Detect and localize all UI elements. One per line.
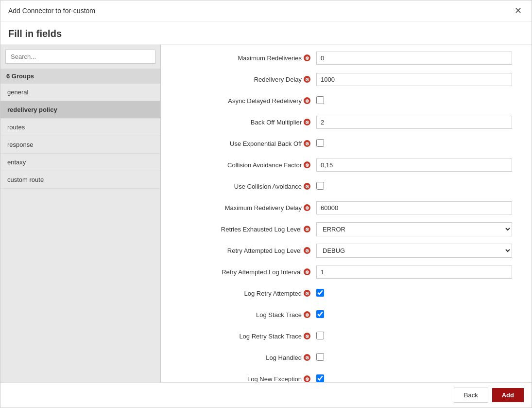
control-use-exponential-back-off [316,139,512,148]
label-log-handled: Log Handled ⊗ [171,354,316,361]
row-redelivery-delay: Redelivery Delay ⊗ [171,71,512,88]
checkbox-log-stack-trace[interactable] [316,310,324,318]
checkbox-log-retry-stack-trace[interactable] [316,332,324,339]
control-log-handled [316,353,512,362]
row-maximum-redelivery-delay: Maximum Redelivery Delay ⊗ [171,199,512,216]
dialog-body: 6 Groups general redelivery policy route… [0,45,532,382]
groups-header: 6 Groups [0,69,160,84]
row-back-off-multiplier: Back Off Multiplier ⊗ [171,114,512,130]
label-log-retry-stack-trace: Log Retry Stack Trace ⊗ [171,333,316,340]
control-maximum-redelivery-delay [316,201,512,214]
row-log-new-exception: Log New Exception ⊗ [171,371,512,382]
row-log-retry-attempted: Log Retry Attempted ⊗ [171,285,512,302]
help-icon-log-handled: ⊗ [304,354,310,361]
select-retry-attempted-log-level[interactable]: ERROR WARN INFO DEBUG TRACE [316,244,512,258]
control-use-collision-avoidance [316,182,512,191]
help-icon-retries-exhausted-log-level: ⊗ [304,226,310,232]
back-button[interactable]: Back [454,388,488,403]
sidebar-item-redelivery-policy[interactable]: redelivery policy [0,101,160,119]
label-log-stack-trace: Log Stack Trace ⊗ [171,311,316,319]
dialog: Add Connector to for-custom ✕ Fill in fi… [0,0,532,408]
form-rows: Maximum Redeliveries ⊗ Redelivery Delay … [171,50,522,382]
control-back-off-multiplier [316,116,512,129]
help-icon-async-delayed-redelivery: ⊗ [304,97,310,104]
control-maximum-redeliveries [316,52,512,65]
row-retry-attempted-log-level: Retry Attempted Log Level ⊗ ERROR WARN I… [171,242,512,259]
row-maximum-redeliveries: Maximum Redeliveries ⊗ [171,50,512,66]
search-input[interactable] [5,50,155,64]
row-retries-exhausted-log-level: Retries Exhausted Log Level ⊗ ERROR WARN… [171,221,512,237]
add-button[interactable]: Add [492,388,524,402]
label-async-delayed-redelivery: Async Delayed Redelivery ⊗ [171,97,316,105]
row-retry-attempted-log-interval: Retry Attempted Log Interval ⊗ [171,264,512,280]
sidebar-item-general[interactable]: general [0,84,160,101]
label-redelivery-delay: Redelivery Delay ⊗ [171,76,316,83]
input-redelivery-delay[interactable] [316,73,512,86]
control-async-delayed-redelivery [316,96,512,106]
help-icon-back-off-multiplier: ⊗ [304,119,310,125]
checkbox-use-collision-avoidance[interactable] [316,182,324,190]
control-retries-exhausted-log-level: ERROR WARN INFO DEBUG TRACE [316,222,512,236]
input-back-off-multiplier[interactable] [316,116,512,129]
checkbox-log-retry-attempted[interactable] [316,289,324,297]
help-icon-maximum-redelivery-delay: ⊗ [304,204,310,211]
control-log-new-exception [316,374,512,383]
help-icon-retry-attempted-log-interval: ⊗ [304,268,310,275]
checkbox-async-delayed-redelivery[interactable] [316,96,324,104]
input-maximum-redelivery-delay[interactable] [316,201,512,214]
help-icon-collision-avoidance-factor: ⊗ [304,161,310,168]
control-log-stack-trace [316,310,512,319]
help-icon-log-retry-attempted: ⊗ [304,290,310,297]
help-icon-log-new-exception: ⊗ [304,375,310,382]
row-log-stack-trace: Log Stack Trace ⊗ [171,306,512,323]
sidebar-item-entaxy[interactable]: entaxy [0,154,160,171]
select-retries-exhausted-log-level[interactable]: ERROR WARN INFO DEBUG TRACE [316,222,512,236]
label-maximum-redelivery-delay: Maximum Redelivery Delay ⊗ [171,204,316,212]
row-use-exponential-back-off: Use Exponential Back Off ⊗ [171,135,512,152]
label-retries-exhausted-log-level: Retries Exhausted Log Level ⊗ [171,226,316,233]
row-collision-avoidance-factor: Collision Avoidance Factor ⊗ [171,157,512,173]
input-retry-attempted-log-interval[interactable] [316,266,512,279]
control-retry-attempted-log-level: ERROR WARN INFO DEBUG TRACE [316,244,512,258]
help-icon-use-collision-avoidance: ⊗ [304,183,310,190]
dialog-title: Add Connector to for-custom [8,7,95,15]
sidebar-item-routes[interactable]: routes [0,119,160,136]
dialog-subheader: Fill in fields [0,21,532,45]
input-collision-avoidance-factor[interactable] [316,159,512,172]
checkbox-log-new-exception[interactable] [316,374,324,382]
control-log-retry-stack-trace [316,332,512,341]
dialog-header: Add Connector to for-custom ✕ [0,0,532,21]
row-log-retry-stack-trace: Log Retry Stack Trace ⊗ [171,328,512,344]
sidebar-item-custom-route[interactable]: custom route [0,171,160,189]
help-icon-use-exponential-back-off: ⊗ [304,140,310,147]
label-back-off-multiplier: Back Off Multiplier ⊗ [171,119,316,126]
help-icon-log-stack-trace: ⊗ [304,311,310,318]
row-log-handled: Log Handled ⊗ [171,349,512,366]
control-log-retry-attempted [316,289,512,298]
label-retry-attempted-log-interval: Retry Attempted Log Interval ⊗ [171,268,316,276]
row-async-delayed-redelivery: Async Delayed Redelivery ⊗ [171,92,512,109]
help-icon-retry-attempted-log-level: ⊗ [304,247,310,254]
label-maximum-redeliveries: Maximum Redeliveries ⊗ [171,54,316,62]
help-icon-log-retry-stack-trace: ⊗ [304,333,310,339]
close-button[interactable]: ✕ [513,5,524,16]
checkbox-use-exponential-back-off[interactable] [316,139,324,147]
sidebar: 6 Groups general redelivery policy route… [0,45,161,382]
label-retry-attempted-log-level: Retry Attempted Log Level ⊗ [171,247,316,254]
checkbox-log-handled[interactable] [316,353,324,361]
control-redelivery-delay [316,73,512,86]
control-collision-avoidance-factor [316,159,512,172]
dialog-footer: Back Add [0,382,532,408]
label-log-retry-attempted: Log Retry Attempted ⊗ [171,290,316,297]
control-retry-attempted-log-interval [316,266,512,279]
row-use-collision-avoidance: Use Collision Avoidance ⊗ [171,178,512,195]
help-icon-redelivery-delay: ⊗ [304,76,310,83]
label-collision-avoidance-factor: Collision Avoidance Factor ⊗ [171,161,316,169]
input-maximum-redeliveries[interactable] [316,52,512,65]
main-content: Maximum Redeliveries ⊗ Redelivery Delay … [161,45,532,382]
help-icon-maximum-redeliveries: ⊗ [304,54,310,61]
label-log-new-exception: Log New Exception ⊗ [171,375,316,383]
label-use-exponential-back-off: Use Exponential Back Off ⊗ [171,140,316,147]
sidebar-item-response[interactable]: response [0,136,160,154]
label-use-collision-avoidance: Use Collision Avoidance ⊗ [171,183,316,190]
